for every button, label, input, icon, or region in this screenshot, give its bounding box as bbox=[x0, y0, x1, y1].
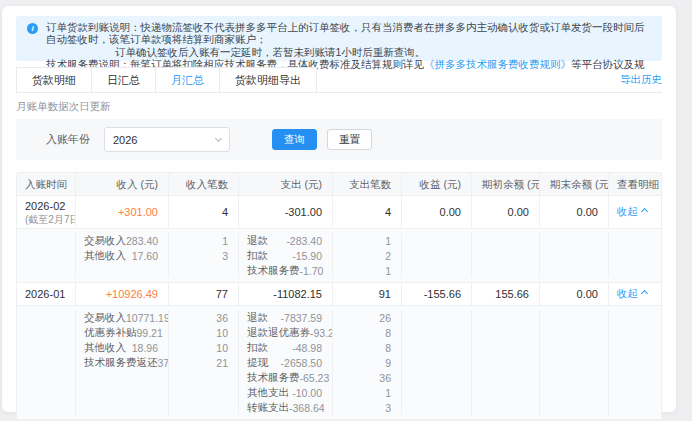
empty-cell bbox=[472, 370, 540, 385]
export-history-link[interactable]: 导出历史 bbox=[620, 73, 662, 87]
empty-cell bbox=[17, 370, 76, 385]
income-item: 其他收入18.96 bbox=[76, 340, 169, 355]
column-header: 查看明细 bbox=[609, 173, 661, 195]
tab-payment-detail-export[interactable]: 货款明细导出 bbox=[219, 67, 317, 93]
chevron-down-icon bbox=[215, 134, 222, 141]
collapse-toggle[interactable]: 收起 bbox=[617, 287, 647, 301]
income-item-count bbox=[169, 400, 239, 415]
empty-cell bbox=[402, 355, 472, 370]
column-header: 期初余额 (元) bbox=[472, 173, 540, 195]
income-count: 4 bbox=[169, 196, 239, 228]
empty-cell bbox=[402, 248, 472, 263]
tab-monthly-summary[interactable]: 月汇总 bbox=[155, 67, 220, 93]
income-item-count bbox=[169, 370, 239, 385]
expense-item: 扣款-15.90 bbox=[239, 248, 333, 263]
column-header: 收益 (元) bbox=[402, 173, 472, 195]
profit: 0.00 bbox=[402, 196, 472, 228]
empty-cell bbox=[472, 400, 540, 415]
chevron-up-icon bbox=[641, 208, 648, 215]
column-header: 支出笔数 bbox=[333, 173, 402, 195]
expense-item-count: 2 bbox=[333, 248, 402, 263]
detail-row: 其他支出-10.001 bbox=[17, 385, 661, 400]
empty-cell bbox=[609, 355, 661, 370]
detail-row: 其他收入18.9610扣款-48.988 bbox=[17, 340, 661, 355]
income-item: 优惠券补贴99.21 bbox=[76, 325, 169, 340]
empty-cell bbox=[609, 248, 661, 263]
income-total: +301.00 bbox=[76, 196, 169, 228]
main-panel: i 订单货款到账说明：快递物流签收不代表拼多多平台上的订单签收，只有当消费者在拼… bbox=[2, 6, 676, 412]
summary-row-2026-02: 2026-02(截至2月7日)+301.004-301.0040.000.000… bbox=[17, 196, 661, 229]
year-select-value: 2026 bbox=[113, 134, 137, 146]
column-header: 入账时间 bbox=[17, 173, 76, 195]
expense-item-count: 1 bbox=[333, 233, 402, 248]
info-icon: i bbox=[27, 23, 38, 34]
income-item-count bbox=[169, 385, 239, 400]
detail-toggle-cell: 收起 bbox=[609, 283, 661, 305]
summary-row-2026-01: 2026-01+10926.4977-11082.1591-155.66155.… bbox=[17, 283, 661, 306]
detail-row: 交易收入10771.1936退款-7837.5926 bbox=[17, 310, 661, 325]
expense-count: 91 bbox=[333, 283, 402, 305]
empty-cell bbox=[472, 355, 540, 370]
tab-daily-summary[interactable]: 日汇总 bbox=[91, 67, 156, 93]
income-item-count: 36 bbox=[169, 310, 239, 325]
income-item bbox=[76, 400, 169, 415]
empty-cell bbox=[17, 400, 76, 415]
empty-cell bbox=[17, 325, 76, 340]
empty-cell bbox=[540, 370, 609, 385]
empty-cell bbox=[472, 385, 540, 400]
notice-line-1-label: 订单货款到账说明： bbox=[46, 21, 141, 33]
detail-row: 技术服务费-65.2336 bbox=[17, 370, 661, 385]
detail-row: 转账支出-368.643 bbox=[17, 400, 661, 415]
detail-row: 优惠券补贴99.2110退款退优惠券-93.218 bbox=[17, 325, 661, 340]
update-note: 月账单数据次日更新 bbox=[16, 100, 662, 114]
tab-list: 货款明细日汇总月汇总货款明细导出 bbox=[16, 67, 317, 93]
empty-cell bbox=[402, 370, 472, 385]
empty-cell bbox=[402, 310, 472, 325]
tab-payment-detail[interactable]: 货款明细 bbox=[16, 67, 92, 93]
empty-cell bbox=[17, 263, 76, 278]
expense-item: 退款-7837.59 bbox=[239, 310, 333, 325]
expense-item-count: 26 bbox=[333, 310, 402, 325]
empty-cell bbox=[540, 385, 609, 400]
empty-cell bbox=[17, 248, 76, 263]
collapse-toggle[interactable]: 收起 bbox=[617, 205, 647, 219]
empty-cell bbox=[402, 400, 472, 415]
period-cell: 2026-02(截至2月7日) bbox=[17, 196, 76, 228]
income-item-count: 3 bbox=[169, 248, 239, 263]
expense-item: 技术服务费-65.23 bbox=[239, 370, 333, 385]
expense-total: -11082.15 bbox=[239, 283, 333, 305]
expense-item-count: 8 bbox=[333, 340, 402, 355]
detail-toggle-cell: 收起 bbox=[609, 196, 661, 228]
expense-total: -301.00 bbox=[239, 196, 333, 228]
column-header: 收入笔数 bbox=[169, 173, 239, 195]
fee-rules-link[interactable]: 《拼多多技术服务费收费规则》 bbox=[424, 58, 571, 70]
empty-cell bbox=[609, 233, 661, 248]
income-item: 交易收入10771.19 bbox=[76, 310, 169, 325]
income-item-count: 10 bbox=[169, 340, 239, 355]
detail-row: 其他收入17.603扣款-15.902 bbox=[17, 248, 661, 263]
empty-cell bbox=[402, 340, 472, 355]
empty-cell bbox=[540, 310, 609, 325]
search-button[interactable]: 查询 bbox=[272, 129, 317, 150]
empty-cell bbox=[472, 263, 540, 278]
income-count: 77 bbox=[169, 283, 239, 305]
income-item bbox=[76, 370, 169, 385]
year-select[interactable]: 2026 bbox=[104, 127, 230, 152]
income-item: 交易收入283.40 bbox=[76, 233, 169, 248]
detail-section: 交易收入283.401退款-283.401其他收入17.603扣款-15.902… bbox=[17, 229, 661, 283]
expense-item: 其他支出-10.00 bbox=[239, 385, 333, 400]
expense-item-count: 9 bbox=[333, 355, 402, 370]
expense-item-count: 3 bbox=[333, 400, 402, 415]
empty-cell bbox=[609, 340, 661, 355]
expense-item: 技术服务费-1.70 bbox=[239, 263, 333, 278]
income-item bbox=[76, 263, 169, 278]
expense-item-count: 36 bbox=[333, 370, 402, 385]
reset-button[interactable]: 重置 bbox=[327, 129, 372, 150]
expense-item: 退款退优惠券-93.21 bbox=[239, 325, 333, 340]
empty-cell bbox=[609, 310, 661, 325]
expense-item: 扣款-48.98 bbox=[239, 340, 333, 355]
notice-line-1: 订单货款到账说明：快递物流签收不代表拼多多平台上的订单签收，只有当消费者在拼多多… bbox=[46, 21, 650, 46]
empty-cell bbox=[540, 325, 609, 340]
column-header: 收入 (元) bbox=[76, 173, 169, 195]
empty-cell bbox=[472, 310, 540, 325]
